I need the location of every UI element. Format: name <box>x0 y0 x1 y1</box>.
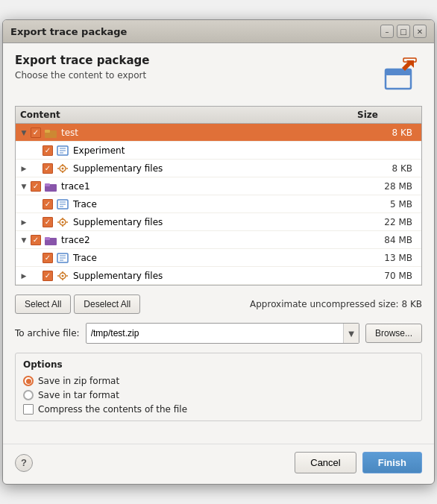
row-size: 22 MB <box>359 217 418 227</box>
compress-row: Compress the contents of the file <box>23 404 414 415</box>
table-row: ▼ trace1 28 MB <box>16 177 421 195</box>
bottom-actions: Select All Deselect All Approximate unco… <box>15 294 422 314</box>
svg-rect-1 <box>386 69 411 75</box>
table-row: ▼ test 8 KB <box>16 124 421 142</box>
close-button[interactable]: ✕ <box>413 25 427 38</box>
gear-icon <box>56 163 69 174</box>
zip-format-row: Save in zip format <box>23 376 414 386</box>
compress-label: Compress the contents of the file <box>38 404 187 415</box>
select-all-button[interactable]: Select All <box>15 294 71 314</box>
row-size: 84 MB <box>359 235 418 245</box>
expand-button[interactable]: ▶ <box>19 163 29 174</box>
row-checkbox[interactable] <box>43 163 53 174</box>
options-group: Options Save in zip format Save in tar f… <box>15 353 422 421</box>
compress-checkbox[interactable] <box>23 404 34 415</box>
folder-icon <box>44 127 57 139</box>
svg-rect-3 <box>403 58 416 62</box>
dropdown-arrow[interactable]: ▼ <box>343 324 359 343</box>
deselect-all-button[interactable]: Deselect All <box>74 294 140 314</box>
node-label: Trace <box>73 253 97 263</box>
node-label: trace2 <box>61 235 90 245</box>
svg-point-23 <box>62 221 64 223</box>
table-row: ▶ <box>16 267 421 285</box>
window-title: Export trace package <box>10 26 127 37</box>
node-label: test <box>61 127 78 138</box>
footer-buttons: Cancel Finish <box>295 452 422 473</box>
maximize-button[interactable]: □ <box>397 25 410 38</box>
tar-radio[interactable] <box>23 390 34 400</box>
col-size-header: Size <box>357 110 417 120</box>
row-checkbox[interactable] <box>43 145 53 156</box>
trace-folder-icon <box>44 180 57 192</box>
expand-button[interactable]: ▼ <box>19 181 29 192</box>
finish-button[interactable]: Finish <box>362 452 422 473</box>
export-icon <box>380 54 422 95</box>
gear-icon <box>56 270 69 282</box>
titlebar: Export trace package – □ ✕ <box>3 20 434 43</box>
row-checkbox[interactable] <box>43 199 53 210</box>
tree-table: Content Size ▼ test 8 KB <box>15 106 422 286</box>
row-checkbox[interactable] <box>31 127 41 138</box>
archive-row: To archive file: ▼ Browse... <box>15 323 422 344</box>
trace2-folder-icon <box>44 234 57 246</box>
expand-button[interactable]: ▼ <box>19 127 29 138</box>
gear-icon <box>56 216 69 228</box>
row-size: 13 MB <box>359 253 418 263</box>
table-row: ▶ <box>16 160 421 177</box>
dialog-window: Export trace package – □ ✕ Export trace … <box>2 19 435 485</box>
expand-button[interactable]: ▶ <box>19 271 29 281</box>
tar-label: Save in tar format <box>38 390 119 400</box>
dialog-title: Export trace package <box>15 54 150 67</box>
svg-point-35 <box>62 274 64 277</box>
dialog-header: Export trace package Choose the content … <box>15 54 422 95</box>
row-checkbox[interactable] <box>31 181 41 192</box>
trace-icon <box>56 252 69 264</box>
archive-input-wrap: ▼ <box>86 323 359 344</box>
table-row: Experiment <box>16 142 421 160</box>
cancel-button[interactable]: Cancel <box>295 452 356 473</box>
help-button[interactable]: ? <box>15 454 33 472</box>
browse-button[interactable]: Browse... <box>365 324 422 343</box>
svg-rect-5 <box>45 130 50 133</box>
dialog-footer: ? Cancel Finish <box>3 444 434 484</box>
expand-button[interactable]: ▶ <box>19 217 29 227</box>
zip-label: Save in zip format <box>38 376 119 386</box>
select-buttons: Select All Deselect All <box>15 294 140 314</box>
row-size: 8 KB <box>359 127 418 138</box>
svg-rect-29 <box>45 237 50 240</box>
row-size: 28 MB <box>359 181 418 192</box>
approx-size-label: Approximate uncompressed size: 8 KB <box>250 299 422 309</box>
table-row: Trace 5 MB <box>16 195 421 213</box>
col-content-header: Content <box>20 110 357 120</box>
row-checkbox[interactable] <box>43 217 53 227</box>
zip-radio[interactable] <box>23 376 34 386</box>
dialog-subtitle: Choose the content to export <box>15 70 150 81</box>
row-size: 70 MB <box>359 271 418 281</box>
trace-icon <box>56 198 69 210</box>
minimize-button[interactable]: – <box>380 25 394 38</box>
tar-format-row: Save in tar format <box>23 390 414 400</box>
row-size: 5 MB <box>359 199 418 210</box>
archive-input[interactable] <box>87 325 344 341</box>
node-label: Experiment <box>73 145 125 156</box>
node-label: Trace <box>73 199 97 210</box>
node-label: Supplementary files <box>73 163 163 174</box>
node-label: trace1 <box>61 181 90 192</box>
row-checkbox[interactable] <box>31 235 41 245</box>
svg-rect-17 <box>45 183 50 186</box>
svg-point-11 <box>62 167 64 169</box>
experiment-icon <box>56 145 69 157</box>
dialog-content: Export trace package Choose the content … <box>3 43 434 444</box>
options-legend: Options <box>23 359 414 370</box>
node-label: Supplementary files <box>73 271 163 281</box>
table-row: Trace 13 MB <box>16 249 421 267</box>
row-checkbox[interactable] <box>43 271 53 281</box>
row-checkbox[interactable] <box>43 253 53 263</box>
row-size: 8 KB <box>359 163 418 174</box>
table-row: ▼ trace2 84 MB <box>16 231 421 249</box>
header-text: Export trace package Choose the content … <box>15 54 150 81</box>
titlebar-buttons: – □ ✕ <box>380 25 427 38</box>
table-row: ▶ <box>16 213 421 231</box>
expand-button[interactable]: ▼ <box>19 235 29 245</box>
archive-label: To archive file: <box>15 328 80 338</box>
